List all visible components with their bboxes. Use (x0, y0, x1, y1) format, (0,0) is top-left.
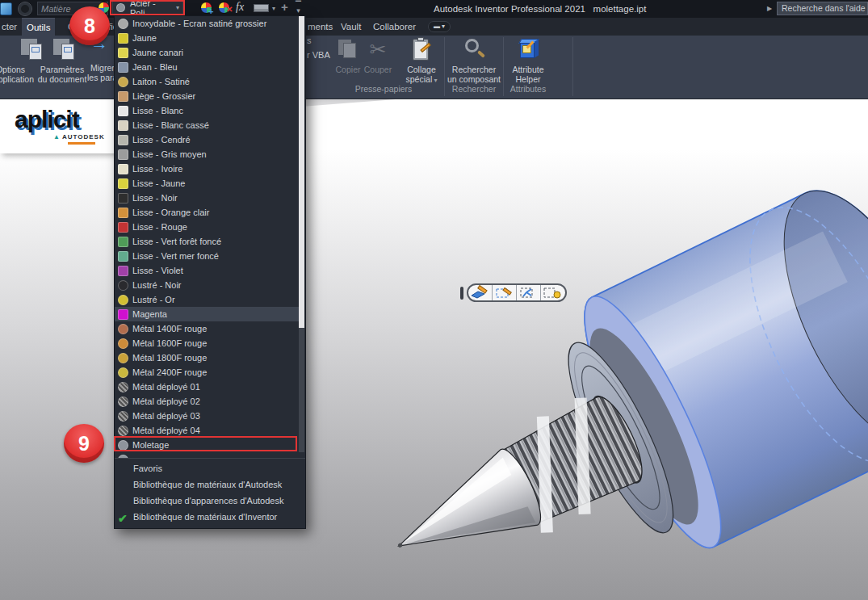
mini-toolbar-grip[interactable] (460, 287, 463, 300)
material-item[interactable]: Lustré - Noir (115, 278, 300, 292)
material-item[interactable]: Lisse - Gris moyen (115, 147, 300, 162)
library-item[interactable]: Favoris (115, 460, 305, 476)
material-swatch-icon (118, 178, 128, 189)
material-item-label: Lisse - Noir (132, 193, 178, 203)
mini-toolbar (460, 283, 567, 302)
edit-feature-icon[interactable] (517, 285, 541, 300)
material-item[interactable]: Lisse - Rouge (115, 220, 300, 234)
material-item[interactable]: Lisse - Violet (115, 263, 300, 278)
sphere-icon[interactable] (18, 2, 32, 16)
material-item[interactable]: Magenta (115, 307, 300, 321)
appearance-clear-icon[interactable]: ✕ (218, 2, 230, 14)
material-item[interactable]: Lisse - Blanc (115, 103, 300, 118)
material-swatch-icon (118, 367, 128, 378)
material-item[interactable]: Lisse - Blanc cassé (115, 118, 300, 132)
edit-sketch-icon[interactable] (468, 285, 493, 300)
tab-inspecter-fragment[interactable]: cter (0, 18, 22, 36)
material-item[interactable]: Métal déployé 02 (115, 394, 300, 409)
clipboard-group-label: Presse-papiers (323, 84, 444, 94)
cube-icon[interactable] (0, 2, 12, 15)
material-item[interactable]: Métal déployé 01 (115, 380, 300, 394)
material-item-label: Métal 1600F rouge (132, 338, 207, 348)
copy-button[interactable]: Copier (333, 37, 363, 74)
material-swatch-icon (118, 77, 128, 87)
window-title: Autodesk Inventor Professional 2021 mole… (434, 4, 646, 14)
help-search-input[interactable]: Recherche dans l'aide e (777, 2, 868, 15)
tab-outils[interactable]: Outils (22, 18, 55, 36)
material-swatch-icon (118, 280, 128, 291)
step-badge-8: 8 (69, 6, 110, 45)
material-swatch-icon (118, 309, 128, 320)
tab-collaborer[interactable]: Collaborer (368, 18, 421, 36)
chevron-down-icon: ▾ (176, 4, 179, 11)
appearance-combobox[interactable]: Acier - Poli ▾ (112, 1, 183, 15)
create-feature-icon[interactable] (541, 285, 565, 300)
material-item[interactable]: Métal 1800F rouge (115, 350, 300, 365)
search-group-label: Rechercher (447, 84, 501, 94)
material-item[interactable]: Lustré - Or (115, 292, 300, 307)
appearance-list: Inoxydable - Ecran satiné grossierJauneJ… (115, 16, 305, 452)
qat-customize-icon[interactable]: ▔▾ (296, 2, 301, 14)
material-swatch-icon (118, 266, 128, 276)
check-icon: ✔ (118, 510, 128, 527)
appearance-add-icon[interactable]: + (200, 2, 212, 14)
material-item-label: Lisse - Jaune (132, 178, 185, 188)
search-collapse-arrow-icon[interactable]: ▶ (767, 5, 772, 12)
material-item[interactable]: Métal 2400F rouge (115, 365, 300, 380)
material-item[interactable]: Lisse - Vert mer foncé (115, 249, 300, 263)
search-component-button[interactable]: Rechercherun composant (447, 37, 501, 84)
material-item-label: Lisse - Rouge (132, 222, 187, 232)
aplicit-logo: aplicit (15, 106, 79, 133)
material-item-label: Liège - Grossier (132, 91, 195, 101)
material-item[interactable]: Métal déployé 03 (115, 409, 300, 423)
material-item[interactable]: Lisse - Cendré (115, 132, 300, 147)
group-separator (572, 37, 573, 96)
material-item[interactable]: Jaune canari (115, 45, 300, 60)
material-item[interactable]: Liège - Grossier (115, 89, 300, 103)
fx-icon[interactable]: fx (236, 1, 244, 14)
material-item[interactable]: Jaune (115, 31, 300, 45)
attribute-helper-button[interactable]: AttributeHelper (505, 37, 551, 84)
material-swatch-icon (118, 164, 128, 174)
ribbon-display-options-icon[interactable]: ▬ ▾ (428, 21, 451, 32)
material-swatch-icon (118, 33, 128, 44)
part-model (338, 167, 868, 600)
paste-special-button[interactable]: Collagespécial ▾ (399, 37, 444, 86)
material-item[interactable]: Lisse - Ivoire (115, 162, 300, 176)
paste-dropdown-chevron[interactable]: ▾ (432, 77, 437, 84)
material-swatch-icon (118, 353, 128, 363)
library-item[interactable]: Bibliothèque de matériaux d'Autodesk (115, 476, 305, 493)
material-item-label: Lisse - Blanc (132, 106, 183, 115)
material-item[interactable]: Lisse - Noir (115, 191, 300, 205)
create-sketch-icon[interactable] (493, 285, 517, 300)
material-item[interactable]: Métal déployé 04 (115, 423, 300, 438)
plus-icon[interactable]: + (281, 0, 288, 14)
measure-icon[interactable] (254, 4, 269, 12)
material-item-label: Lisse - Cendré (132, 135, 191, 145)
copy-icon (334, 37, 362, 63)
cut-button[interactable]: ✂ Couper (362, 37, 394, 74)
measure-dropdown-chevron[interactable]: ▾ (272, 5, 275, 12)
material-item[interactable]: Lisse - Vert forêt foncé (115, 234, 300, 249)
material-swatch-icon (118, 411, 128, 422)
material-item[interactable]: Laiton - Satiné (115, 74, 300, 89)
material-item[interactable]: Métal 1600F rouge (115, 336, 300, 350)
scrollbar-thumb[interactable] (299, 16, 304, 328)
material-item[interactable]: Inoxydable - Ecran satiné grossier (115, 16, 300, 31)
material-item[interactable]: Lisse - Jaune (115, 176, 300, 191)
material-item[interactable]: Lisse - Orange clair (115, 205, 300, 220)
dropdown-scrollbar[interactable] (299, 16, 304, 452)
library-item[interactable]: Bibliothèque d'apparences d'Autodesk (115, 493, 305, 509)
search-component-icon (460, 37, 488, 63)
material-item[interactable]: Jean - Bleu (115, 60, 300, 74)
material-item-moletage[interactable]: Moletage (115, 438, 300, 452)
material-swatch-icon (118, 295, 128, 305)
document-name: molettage.ipt (593, 4, 647, 14)
material-item[interactable]: Métal 1400F rouge (115, 321, 300, 336)
tab-environnements-fragment[interactable]: ments (303, 18, 338, 36)
tab-vault[interactable]: Vault (336, 18, 366, 36)
material-item-label: Métal déployé 03 (132, 411, 200, 421)
material-item-label: Métal déployé 01 (132, 382, 200, 392)
partner-badge (68, 142, 95, 145)
library-item[interactable]: ✔Bibliothèque de matériaux d'Inventor (115, 509, 305, 525)
